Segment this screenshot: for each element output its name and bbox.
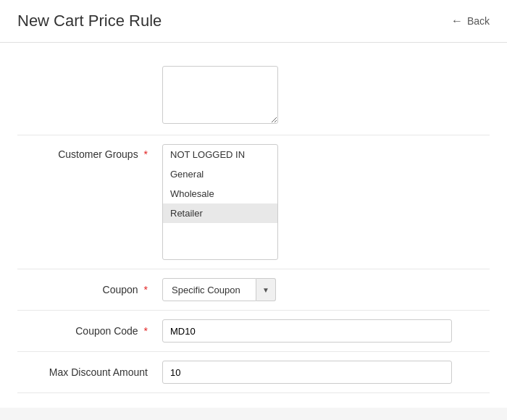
max-discount-row: Max Discount Amount bbox=[0, 352, 507, 392]
coupon-dropdown-arrow-button[interactable]: ▼ bbox=[256, 278, 276, 301]
description-textarea[interactable] bbox=[162, 66, 278, 124]
max-discount-label-container: Max Discount Amount bbox=[17, 361, 162, 378]
back-arrow-icon: ← bbox=[451, 14, 463, 28]
coupon-select-value: Specific Coupon bbox=[172, 285, 240, 295]
chevron-down-icon: ▼ bbox=[262, 286, 269, 294]
max-discount-label-text: Max Discount Amount bbox=[49, 366, 148, 378]
coupon-code-required: * bbox=[144, 325, 148, 337]
page-wrapper: New Cart Price Rule ← Back Customer Grou… bbox=[0, 0, 507, 420]
max-discount-input[interactable] bbox=[162, 361, 452, 384]
customer-groups-control: NOT LOGGED IN General Wholesale Retailer bbox=[162, 144, 490, 260]
coupon-row: Coupon * Specific Coupon ▼ bbox=[0, 269, 507, 310]
coupon-code-input[interactable] bbox=[162, 319, 452, 343]
coupon-required: * bbox=[144, 284, 148, 295]
textarea-control bbox=[162, 66, 490, 126]
customer-groups-label-text: Customer Groups bbox=[58, 148, 138, 160]
textarea-row bbox=[0, 57, 507, 135]
coupon-code-control bbox=[162, 319, 490, 343]
form-container: Customer Groups * NOT LOGGED IN General … bbox=[0, 43, 507, 408]
customer-groups-row: Customer Groups * NOT LOGGED IN General … bbox=[0, 135, 507, 269]
customer-group-option-retailer[interactable]: Retailer bbox=[163, 203, 277, 223]
customer-groups-label-container: Customer Groups * bbox=[17, 144, 162, 160]
coupon-label-text: Coupon bbox=[103, 284, 138, 295]
customer-groups-select[interactable]: NOT LOGGED IN General Wholesale Retailer bbox=[162, 144, 278, 260]
coupon-code-label-container: Coupon Code * bbox=[17, 319, 162, 337]
max-discount-control bbox=[162, 361, 490, 384]
customer-group-option-wholesale[interactable]: Wholesale bbox=[163, 184, 277, 203]
divider-5 bbox=[17, 392, 490, 393]
coupon-label-container: Coupon * bbox=[17, 278, 162, 295]
back-label: Back bbox=[467, 15, 490, 27]
page-title: New Cart Price Rule bbox=[17, 12, 162, 30]
coupon-select-main[interactable]: Specific Coupon bbox=[162, 278, 256, 301]
coupon-code-row: Coupon Code * bbox=[0, 311, 507, 351]
coupon-control: Specific Coupon ▼ bbox=[162, 278, 490, 301]
customer-groups-required: * bbox=[144, 148, 148, 160]
back-link[interactable]: ← Back bbox=[451, 14, 490, 28]
customer-group-option-not-logged-in[interactable]: NOT LOGGED IN bbox=[163, 145, 277, 164]
coupon-dropdown: Specific Coupon ▼ bbox=[162, 278, 490, 301]
textarea-label bbox=[17, 66, 162, 70]
coupon-code-label-text: Coupon Code bbox=[75, 325, 138, 337]
page-header: New Cart Price Rule ← Back bbox=[0, 0, 507, 43]
customer-group-option-general[interactable]: General bbox=[163, 164, 277, 184]
